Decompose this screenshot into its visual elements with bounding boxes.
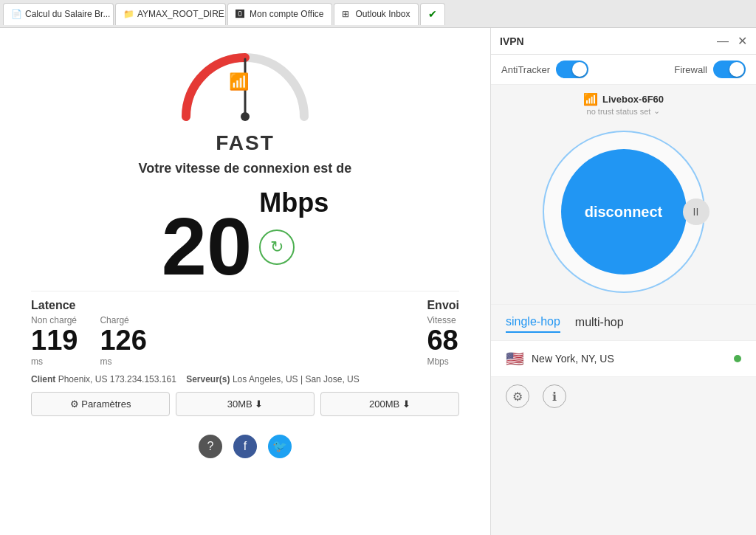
chevron-down-icon[interactable]: ⌄ (653, 106, 660, 116)
speed-unit: Mbps (259, 187, 329, 218)
speedometer-graphic: 📶 (171, 43, 319, 124)
antitracker-label: AntiTracker (501, 64, 550, 75)
latency-unloaded: Non chargé 119 ms (31, 315, 78, 367)
settings-icon: ⚙ (512, 390, 523, 404)
stats-row: Latence Non chargé 119 ms Chargé 126 ms … (31, 291, 459, 367)
firewall-label: Firewall (674, 64, 707, 75)
latency-header: Latence (31, 299, 147, 312)
bottom-icons: ⚙ ℹ (491, 376, 756, 415)
close-button[interactable]: ✕ (738, 34, 747, 48)
twitter-icon[interactable]: 🐦 (268, 435, 292, 458)
main-content: 📶 FAST Votre vitesse de connexion est de… (0, 28, 756, 535)
server-name: New York, NY, US (532, 353, 734, 365)
network-name: Livebox-6F60 (602, 94, 664, 105)
settings-button[interactable]: ⚙ (506, 384, 529, 408)
svg-text:📶: 📶 (229, 72, 250, 92)
network-status-text: no trust status set (587, 107, 651, 116)
loaded-label: Chargé (100, 315, 146, 325)
window-controls: — ✕ (717, 34, 747, 48)
network-info: 📶 Livebox-6F60 no trust status set ⌄ (491, 85, 756, 120)
antitracker-knob (572, 62, 587, 77)
latency-loaded: Chargé 126 ms (100, 315, 146, 367)
speed-description: Votre vitesse de connexion est de (139, 161, 352, 176)
upload-header: Envoi (427, 299, 459, 312)
speedtest-area: 📶 FAST Votre vitesse de connexion est de… (0, 28, 490, 535)
firewall-toggle[interactable] (713, 61, 746, 78)
unloaded-unit: ms (31, 356, 78, 367)
fast-brand: FAST (216, 131, 275, 155)
info-icon: ℹ (552, 390, 557, 404)
upload-speed: Vitesse 68 Mbps (427, 315, 459, 367)
firewall-knob (729, 62, 744, 77)
svg-point-1 (241, 112, 250, 121)
pause-icon: II (693, 206, 699, 218)
tab-5[interactable]: ✔ (420, 3, 445, 25)
unloaded-value: 119 (31, 325, 78, 356)
tab-3[interactable]: 🅾 Mon compte Office (227, 3, 332, 25)
ivpn-panel: IVPN — ✕ AntiTracker Firewall (490, 28, 756, 535)
upload-speed-value: 68 (427, 325, 459, 356)
upload-button[interactable]: 200MB ⬇ (320, 392, 459, 416)
client-label: Client (31, 374, 55, 384)
latency-group: Latence Non chargé 119 ms Chargé 126 ms (31, 299, 147, 367)
tab-2[interactable]: 📁 AYMAX_ROOT_DIRE... (115, 3, 226, 25)
info-button[interactable]: ℹ (543, 384, 566, 408)
download-button[interactable]: 30MB ⬇ (176, 392, 315, 416)
client-value: Phoenix, US 173.234.153.161 (58, 374, 176, 384)
tab-1[interactable]: 📄 Calcul du Salaire Br... (3, 3, 114, 25)
connection-status-dot (734, 355, 741, 362)
speed-display: 20 Mbps ↻ (162, 187, 329, 287)
upload-group: Envoi Vitesse 68 Mbps (427, 299, 459, 367)
server-flag: 🇺🇸 (506, 350, 524, 367)
unloaded-label: Non chargé (31, 315, 78, 325)
wifi-icon: 📶 (583, 92, 598, 106)
upload-speed-label: Vitesse (427, 315, 459, 325)
network-status: no trust status set ⌄ (587, 106, 661, 116)
latency-sub-row: Non chargé 119 ms Chargé 126 ms (31, 315, 147, 367)
params-button[interactable]: ⚙ Paramètres (31, 392, 170, 416)
ivpn-titlebar: IVPN — ✕ (491, 28, 756, 55)
loaded-value: 126 (100, 325, 146, 356)
outer-ring: disconnect II (543, 131, 705, 293)
social-icons: ? f 🐦 (199, 435, 292, 458)
upload-speed-unit: Mbps (427, 356, 459, 367)
folder-icon: 📁 (123, 9, 134, 19)
server-label: Serveur(s) (186, 374, 230, 384)
antitracker-group: AntiTracker (501, 61, 588, 78)
pause-button[interactable]: II (683, 199, 709, 225)
doc-icon: 📄 (11, 9, 21, 19)
action-bar: ⚙ Paramètres 30MB ⬇ 200MB ⬇ (31, 392, 459, 416)
minimize-button[interactable]: — (717, 34, 729, 48)
firewall-group: Firewall (674, 61, 746, 78)
client-info: Client Phoenix, US 173.234.153.161 Serve… (31, 374, 459, 384)
refresh-icon: ↻ (270, 238, 284, 257)
server-value: Los Angeles, US | San Jose, US (233, 374, 360, 384)
check-icon: ✔ (428, 8, 437, 20)
windows-icon: ⊞ (342, 9, 352, 19)
loaded-unit: ms (100, 356, 146, 367)
multi-hop-tab[interactable]: multi-hop (575, 312, 624, 333)
tab-4[interactable]: ⊞ Outlouk Inbox (334, 3, 419, 25)
hop-tabs: single-hop multi-hop (491, 304, 756, 340)
refresh-button[interactable]: ↻ (259, 229, 295, 265)
office-icon: 🅾 (236, 9, 246, 19)
antitracker-toggle[interactable] (556, 61, 588, 78)
facebook-icon[interactable]: f (233, 435, 257, 458)
single-hop-tab[interactable]: single-hop (506, 312, 560, 333)
browser-tabs: 📄 Calcul du Salaire Br... 📁 AYMAX_ROOT_D… (0, 0, 756, 28)
help-icon[interactable]: ? (199, 435, 222, 458)
connect-button[interactable]: disconnect (561, 149, 687, 275)
connect-area: disconnect II (491, 120, 756, 304)
server-row[interactable]: 🇺🇸 New York, NY, US (491, 340, 756, 376)
ivpn-title: IVPN (500, 35, 524, 47)
toggles-row: AntiTracker Firewall (491, 55, 756, 85)
speed-value: 20 (162, 206, 252, 287)
